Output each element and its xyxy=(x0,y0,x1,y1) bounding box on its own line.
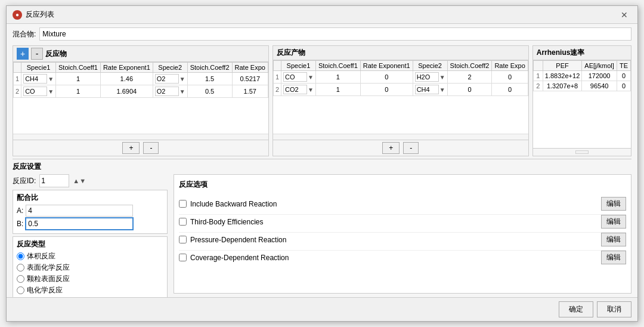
option-checkbox-2[interactable] xyxy=(179,236,187,243)
te-cell[interactable]: 0 xyxy=(617,81,630,91)
te-cell[interactable]: 0 xyxy=(617,71,630,81)
option-edit-button-1[interactable]: 编辑 xyxy=(601,215,626,229)
row-num: 2 xyxy=(14,85,21,98)
pef-cell[interactable]: 1.8832e+12 xyxy=(543,71,582,81)
ae-cell[interactable]: 172000 xyxy=(582,71,617,81)
option-checkbox-0[interactable] xyxy=(179,200,187,208)
rateexp1-cell[interactable]: 0 xyxy=(360,84,413,96)
rateexp1-cell[interactable]: 0 xyxy=(360,71,413,84)
option-checkbox-3[interactable] xyxy=(179,254,187,261)
coeff2-cell[interactable]: 0.5 xyxy=(187,85,232,98)
reaction-type-radio-2[interactable] xyxy=(17,275,24,283)
products-table: Specie1 Stoich.Coeff1 Rate Exponent1 Spe… xyxy=(273,60,528,96)
arrhenius-footer xyxy=(533,148,631,156)
species2-input[interactable] xyxy=(155,87,179,96)
col-sp1: Specie1 xyxy=(281,61,316,71)
reactants-footer-remove[interactable]: - xyxy=(143,142,159,154)
rateexp2-cell[interactable]: 0 xyxy=(492,84,528,96)
ratio-b-input[interactable] xyxy=(26,218,133,230)
products-header: 反应产物 xyxy=(273,46,528,60)
arrhenius-footer-btn[interactable] xyxy=(575,150,589,154)
option-edit-button-2[interactable]: 编辑 xyxy=(601,233,626,246)
col-re2: Rate Expo xyxy=(232,63,268,73)
species1-cell: ▼ xyxy=(281,71,316,84)
species2-input[interactable] xyxy=(415,85,439,94)
coeff1-cell[interactable]: 1 xyxy=(56,73,101,85)
ratio-section: 配合比 A: B: xyxy=(13,190,168,234)
ok-button[interactable]: 确定 xyxy=(559,301,593,317)
close-button[interactable]: ✕ xyxy=(617,9,631,21)
arrhenius-table: PEF AE[j/kmol] TE 1 1.8832e+12 172000 0 … xyxy=(533,60,631,91)
col-num xyxy=(273,61,281,71)
species2-arrow[interactable]: ▼ xyxy=(179,76,185,82)
row-num: 2 xyxy=(273,84,281,96)
option-checkbox-1[interactable] xyxy=(179,218,187,226)
species2-arrow[interactable]: ▼ xyxy=(179,88,185,95)
reaction-type-radio-1[interactable] xyxy=(17,264,24,272)
coeff1-cell[interactable]: 1 xyxy=(56,85,101,98)
rateexp2-cell[interactable]: 0.5217 xyxy=(232,73,268,85)
type-title: 反应类型 xyxy=(17,239,163,249)
col-re2: Rate Expo xyxy=(492,61,528,71)
option-label: Coverage-Dependent Reaction xyxy=(190,254,289,262)
products-footer-remove[interactable]: - xyxy=(403,142,419,154)
row-num: 2 xyxy=(533,81,543,91)
reaction-id-input[interactable] xyxy=(39,174,69,187)
mixture-row: 混合物: xyxy=(13,27,631,41)
rateexp1-cell[interactable]: 1.46 xyxy=(100,73,153,85)
reaction-option-row-1: Third-Body Efficiencies 编辑 xyxy=(179,215,626,233)
reaction-id-arrow[interactable]: ▲▼ xyxy=(73,177,86,184)
species2-input[interactable] xyxy=(415,72,439,82)
pef-cell[interactable]: 1.3207e+8 xyxy=(543,81,582,91)
species1-input[interactable] xyxy=(23,74,47,84)
reaction-type-radio-0[interactable] xyxy=(17,252,24,260)
reactants-remove-button[interactable]: - xyxy=(31,48,43,60)
species2-input[interactable] xyxy=(155,74,179,84)
species1-input[interactable] xyxy=(23,87,47,96)
arrhenius-header: Arrhenius速率 xyxy=(533,46,631,60)
coeff1-cell[interactable]: 1 xyxy=(315,71,360,84)
species1-input[interactable] xyxy=(283,72,307,82)
coeff2-cell[interactable]: 1.5 xyxy=(187,73,232,85)
products-hscroll[interactable] xyxy=(273,134,528,140)
coeff2-cell[interactable]: 2 xyxy=(447,71,492,84)
option-left: Coverage-Dependent Reaction xyxy=(179,254,289,262)
rateexp2-cell[interactable]: 0 xyxy=(492,71,528,84)
table-row: 1 1.8832e+12 172000 0 xyxy=(533,71,630,81)
col-ae: AE[j/kmol] xyxy=(582,61,617,71)
ratio-a-input[interactable] xyxy=(26,205,133,217)
rateexp2-cell[interactable]: 1.57 xyxy=(232,85,268,98)
ae-cell[interactable]: 96540 xyxy=(582,81,617,91)
option-left: Pressure-Dependent Reaction xyxy=(179,236,286,244)
products-table-container: Specie1 Stoich.Coeff1 Rate Exponent1 Spe… xyxy=(273,60,528,134)
mixture-input[interactable] xyxy=(39,27,631,41)
reactants-footer-add[interactable]: + xyxy=(122,142,140,154)
species1-input[interactable] xyxy=(283,85,307,94)
species2-arrow[interactable]: ▼ xyxy=(439,87,445,93)
rateexp1-cell[interactable]: 1.6904 xyxy=(100,85,153,98)
coeff2-cell[interactable]: 0 xyxy=(447,84,492,96)
species2-arrow[interactable]: ▼ xyxy=(439,74,445,81)
products-footer-add[interactable]: + xyxy=(382,142,400,154)
species1-arrow[interactable]: ▼ xyxy=(48,88,54,95)
species1-arrow[interactable]: ▼ xyxy=(308,74,314,81)
reactants-footer: + - xyxy=(13,140,268,156)
col-num xyxy=(533,61,543,71)
tables-row: + - 反应物 Specie1 Stoich.Coeff1 Rate Expon… xyxy=(13,45,631,156)
reactants-hscroll[interactable] xyxy=(13,134,268,140)
ratio-a-label: A: xyxy=(17,206,23,215)
option-edit-button-3[interactable]: 编辑 xyxy=(601,251,626,264)
row-num: 1 xyxy=(273,71,281,84)
option-edit-button-0[interactable]: 编辑 xyxy=(601,197,626,211)
settings-title: 反应设置 xyxy=(13,159,631,172)
species1-arrow[interactable]: ▼ xyxy=(308,87,314,93)
reaction-type-label: 颗粒表面反应 xyxy=(27,274,70,284)
reaction-type-radio-3[interactable] xyxy=(17,286,24,294)
reactants-panel: + - 反应物 Specie1 Stoich.Coeff1 Rate Expon… xyxy=(13,45,269,156)
reactants-add-button[interactable]: + xyxy=(17,48,29,60)
species1-arrow[interactable]: ▼ xyxy=(48,76,54,82)
coeff1-cell[interactable]: 1 xyxy=(315,84,360,96)
reaction-type-label: 表面化学反应 xyxy=(27,263,70,273)
species2-cell: ▼ xyxy=(153,73,187,85)
cancel-button[interactable]: 取消 xyxy=(597,301,631,317)
